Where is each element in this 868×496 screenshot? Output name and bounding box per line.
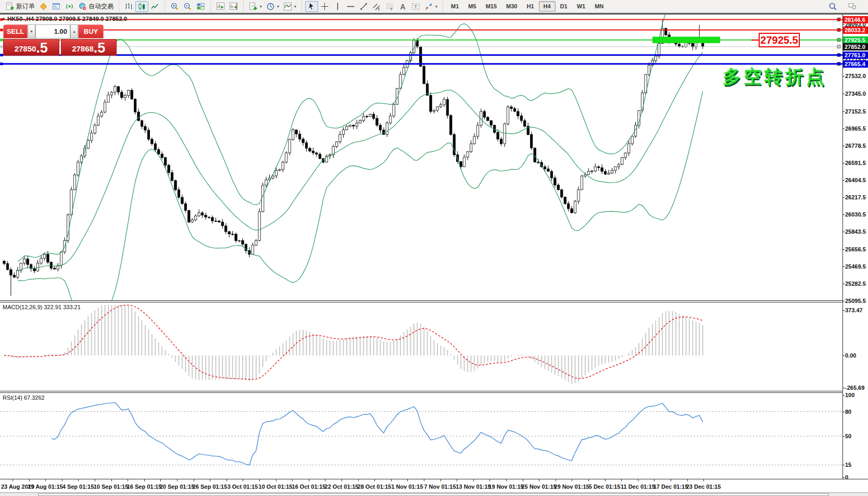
signals-button[interactable] — [63, 1, 76, 12]
toolbar-group-timeframes: M1M5M15M30H1H4D1W1MN — [443, 0, 610, 12]
chart-area[interactable]: ▲ HK50-,H4 27908.0 27909.5 27849.0 27852… — [0, 15, 868, 496]
terminal-button[interactable] — [50, 1, 63, 12]
sell-button[interactable]: SELL — [3, 24, 28, 39]
toolbar-group-new-objects: ▾▾▾ — [243, 0, 300, 12]
fibonacci-button[interactable]: F — [383, 1, 396, 12]
fibo-icon: F — [385, 2, 394, 11]
chart-expand-icon[interactable]: ▲ — [2, 16, 6, 21]
macd-pane-separator[interactable] — [0, 300, 842, 302]
profiles-button[interactable]: ▾ — [264, 1, 281, 12]
toolbar-group-scroll-opts — [210, 0, 242, 12]
zoom-in-button[interactable] — [168, 1, 181, 12]
timeframe-m5-button[interactable]: M5 — [463, 1, 481, 11]
price-tick-label: 26591.5 — [845, 160, 868, 166]
search-button[interactable] — [826, 1, 839, 12]
horizontal-line-button[interactable] — [344, 1, 357, 12]
price-callout[interactable]: 27925.5 — [759, 33, 800, 47]
new-chart-button[interactable]: ▾ — [247, 1, 264, 12]
rsi-tick-label: 50 — [845, 433, 868, 439]
volume-increase-button[interactable]: ▲ — [70, 24, 78, 39]
time-tick-label: 10 Sep 01:15 — [92, 484, 130, 490]
tile-windows-button[interactable] — [194, 1, 207, 12]
chart-shift-icon — [216, 2, 225, 11]
rsi-pane-separator[interactable] — [0, 391, 842, 393]
svg-text:E: E — [378, 7, 381, 10]
rsi-pane-canvas[interactable] — [0, 393, 842, 479]
toolbar: 新订单自动交易▾▾▾EFAT▾M1M5M15M30H1H4D1W1MN — [0, 0, 868, 13]
autoscroll-button[interactable] — [227, 1, 240, 12]
new-order-icon — [6, 2, 15, 11]
highlight-zone[interactable] — [652, 37, 720, 43]
bars-chart-button[interactable] — [122, 1, 135, 12]
main-chart-canvas[interactable] — [0, 15, 842, 301]
metaeditor-button[interactable] — [37, 1, 50, 12]
macd-pane-canvas[interactable] — [0, 303, 842, 391]
time-tick-label: 19 Nov 01:15 — [487, 484, 525, 490]
volume-decrease-button[interactable]: ▼ — [28, 24, 35, 39]
cursor-icon — [307, 2, 316, 11]
zoom-out-icon — [183, 2, 192, 11]
timeframe-w1-button[interactable]: W1 — [572, 1, 590, 11]
time-axis-line — [0, 479, 868, 479]
profiles-icon — [266, 2, 275, 11]
time-tick-label: 16 Oct 01:15 — [290, 484, 328, 490]
price-tick-label: 25095.5 — [845, 298, 868, 304]
time-tick-label: 20 Sep 01:15 — [158, 484, 196, 490]
chevron-down-icon: ▾ — [260, 4, 262, 9]
annotation-text[interactable]: 多空转折点 — [723, 65, 827, 89]
chat-icon — [848, 2, 857, 11]
time-tick-label: 11 Dec 01:15 — [619, 484, 657, 490]
time-tick-label: 23 Dec 01:15 — [685, 484, 722, 490]
timeframe-d1-button[interactable]: D1 — [556, 1, 572, 11]
timeframe-m30-button[interactable]: M30 — [501, 1, 522, 11]
scrollbar-thumb[interactable] — [38, 493, 829, 496]
textlabel-icon: T — [411, 2, 420, 11]
terminal-icon — [52, 2, 61, 11]
line-chart-icon — [150, 2, 159, 11]
timeframe-m15-button[interactable]: M15 — [481, 1, 501, 11]
candles-chart-button[interactable] — [135, 1, 148, 12]
svg-text:T: T — [414, 4, 418, 9]
vertical-line-button[interactable] — [331, 1, 344, 12]
zoom-out-button[interactable] — [181, 1, 194, 12]
search-icon — [828, 2, 837, 11]
crosshair-button[interactable] — [318, 1, 331, 12]
chat-button[interactable] — [846, 1, 859, 12]
price-level-tag: 27665.4 — [843, 60, 868, 68]
price-tick-label: 26778.5 — [845, 143, 868, 149]
timeframe-mn-button[interactable]: MN — [590, 1, 608, 11]
timeframe-h1-button[interactable]: H1 — [522, 1, 538, 11]
trendline-button[interactable] — [357, 1, 370, 12]
cursor-button[interactable] — [305, 1, 318, 12]
time-tick-label: 29 Nov 01:15 — [553, 484, 590, 490]
line-chart-button[interactable] — [148, 1, 161, 12]
autotrading-button[interactable]: 自动交易 — [76, 1, 116, 12]
new-order-button[interactable]: 新订单 — [4, 1, 37, 12]
horizontal-scrollbar[interactable] — [0, 492, 868, 496]
crosshair-icon — [320, 2, 329, 11]
timeframe-h4-button[interactable]: H4 — [539, 1, 556, 11]
price-level-tag: 28033.2 — [843, 27, 868, 34]
arrows-button[interactable]: ▾ — [422, 1, 439, 12]
time-tick-label: 5 Dec 01:15 — [586, 484, 623, 490]
price-tick-label: 27345.0 — [845, 91, 868, 97]
time-tick-label: 17 Dec 01:15 — [652, 484, 689, 490]
trendline-icon — [359, 2, 368, 11]
rsi-tick-label: 0 — [845, 474, 868, 480]
chevron-down-icon: ▾ — [435, 4, 437, 9]
time-tick-label: 3 Oct 01:15 — [224, 484, 261, 490]
sell-price-box[interactable]: 27850.5 — [3, 39, 59, 56]
equidistant-channel-button[interactable]: E — [370, 1, 383, 12]
volume-input[interactable] — [35, 24, 70, 39]
price-tick-label: 25469.5 — [845, 263, 868, 270]
hline-icon — [346, 2, 355, 11]
text-label-button[interactable]: T — [409, 1, 422, 12]
timeframe-m1-button[interactable]: M1 — [446, 1, 463, 11]
text-button[interactable]: A — [396, 1, 409, 12]
chart-shift-button[interactable] — [214, 1, 227, 12]
indicators-button[interactable]: ▾ — [281, 1, 298, 12]
buy-price-box[interactable]: 27868.5 — [61, 39, 117, 56]
toolbar-group-drawing: EFAT▾ — [301, 0, 441, 12]
buy-button[interactable]: BUY — [78, 24, 104, 39]
svg-text:F: F — [391, 7, 393, 11]
